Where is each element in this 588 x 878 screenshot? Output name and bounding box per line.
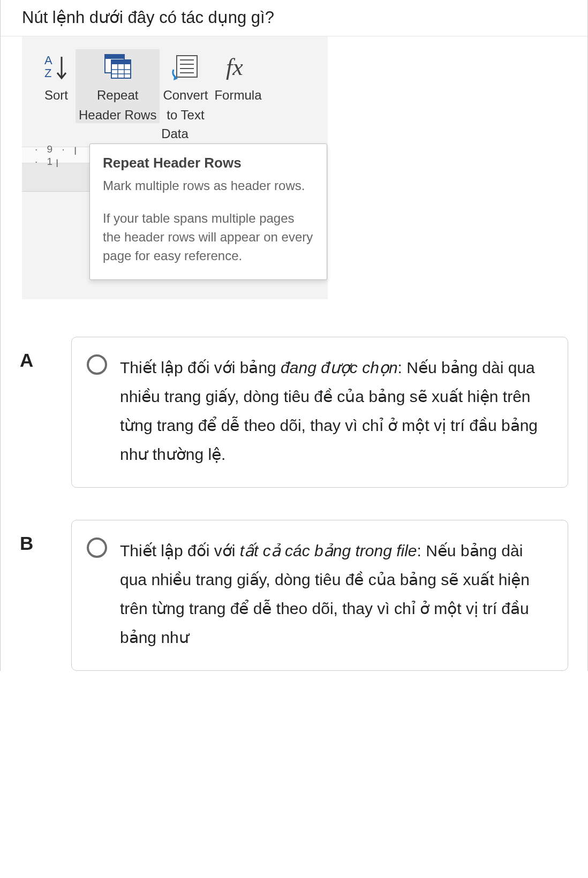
sort-button[interactable]: A Z Sort bbox=[37, 49, 76, 113]
question-text: Nút lệnh dưới đây có tác dụng gì? bbox=[1, 0, 587, 36]
convert-to-text-button[interactable]: Convert to Text bbox=[160, 49, 211, 123]
repeat-header-rows-button[interactable]: Repeat Header Rows bbox=[76, 49, 160, 123]
radio-b[interactable] bbox=[87, 538, 107, 558]
answer-b-card[interactable]: Thiết lập đối với tất cả các bảng trong … bbox=[71, 520, 568, 671]
ribbon-screenshot: A Z Sort bbox=[22, 36, 328, 299]
formula-button[interactable]: fx Formula bbox=[211, 49, 265, 113]
a-em: đang được chọn bbox=[281, 359, 397, 376]
tooltip-title: Repeat Header Rows bbox=[103, 155, 314, 171]
svg-text:Z: Z bbox=[44, 66, 51, 80]
sort-icon: A Z bbox=[40, 51, 72, 84]
b-em: tất cả các bảng trong file bbox=[240, 542, 417, 559]
answer-b-row: B Thiết lập đối với tất cả các bảng tron… bbox=[20, 520, 568, 671]
formula-label: Formula bbox=[214, 87, 261, 103]
convert-to-text-icon bbox=[169, 51, 201, 84]
b-pre: Thiết lập đối với bbox=[120, 542, 240, 559]
svg-text:A: A bbox=[44, 54, 52, 67]
quiz-container: Nút lệnh dưới đây có tác dụng gì? A Z So… bbox=[0, 0, 588, 671]
svg-rect-6 bbox=[111, 60, 131, 64]
repeat-label-1: Repeat bbox=[97, 87, 138, 103]
answer-a-text: Thiết lập đối với bảng đang được chọn: N… bbox=[120, 353, 552, 469]
tooltip: Repeat Header Rows Mark multiple rows as… bbox=[89, 143, 327, 279]
svg-text:fx: fx bbox=[226, 54, 243, 80]
answer-a-letter: A bbox=[20, 337, 71, 371]
convert-label-2: to Text bbox=[167, 107, 204, 123]
ruler: · 9 · ꞁ · 1ꞁ bbox=[22, 147, 89, 163]
repeat-header-rows-icon bbox=[102, 51, 134, 84]
convert-label-1: Convert bbox=[163, 87, 208, 103]
svg-rect-4 bbox=[105, 55, 124, 59]
answer-b-letter: B bbox=[20, 520, 71, 554]
tooltip-line-1: Mark multiple rows as header rows. bbox=[103, 177, 314, 195]
answer-b-text: Thiết lập đối với tất cả các bảng trong … bbox=[120, 536, 552, 652]
formula-icon: fx bbox=[222, 51, 254, 84]
tooltip-line-2: If your table spans multiple pages the h… bbox=[103, 209, 314, 265]
answer-a-card[interactable]: Thiết lập đối với bảng đang được chọn: N… bbox=[71, 337, 568, 488]
sort-label: Sort bbox=[44, 87, 68, 103]
answers-list: A Thiết lập đối với bảng đang được chọn:… bbox=[1, 299, 587, 671]
svg-rect-11 bbox=[177, 56, 197, 77]
repeat-label-2: Header Rows bbox=[79, 107, 156, 123]
document-area: · 9 · ꞁ · 1ꞁ Repeat Header Rows Mark mul… bbox=[22, 147, 328, 299]
radio-a[interactable] bbox=[87, 354, 107, 375]
answer-a-row: A Thiết lập đối với bảng đang được chọn:… bbox=[20, 337, 568, 488]
a-pre: Thiết lập đối với bảng bbox=[120, 359, 281, 376]
